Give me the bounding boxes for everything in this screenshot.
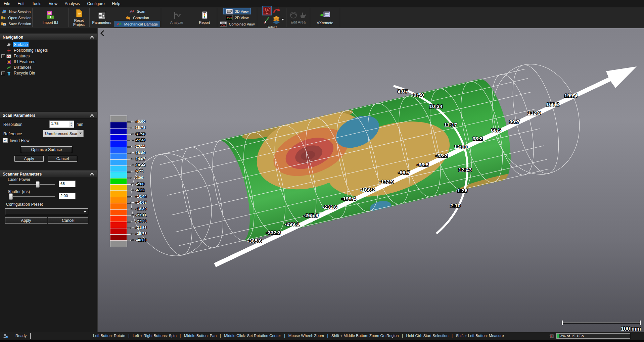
- mode-corrosion-label: Corrosion: [133, 16, 149, 20]
- tree-item-positioning-targets[interactable]: Positioning Targets: [1, 48, 97, 53]
- viewport-3d[interactable]: 40.0035.7831.5627.3323.1118.8914.6710.44…: [98, 28, 644, 332]
- corrosion-icon: [126, 15, 131, 20]
- collapse-chevron-icon[interactable]: [90, 36, 94, 39]
- save-session-button[interactable]: Save Session: [1, 21, 31, 27]
- parameters-button[interactable]: Parameters: [90, 7, 114, 28]
- shutter-input[interactable]: 2.00: [59, 193, 76, 199]
- reset-project-button[interactable]: Reset Project: [68, 7, 89, 28]
- legend-tick-label: -40.00: [136, 238, 147, 242]
- tree-item-features[interactable]: + Features: [1, 53, 97, 59]
- tree-item-surface[interactable]: Surface: [1, 42, 97, 47]
- select-brush-button[interactable]: [263, 15, 271, 24]
- laser-power-slider-thumb[interactable]: [36, 181, 40, 188]
- legend-color-block: [110, 116, 127, 122]
- legend-tick-label: -27.33: [136, 219, 147, 223]
- mouse-hints-text: Left Button: Rotate | Left + Right Butto…: [93, 334, 504, 338]
- menu-edit[interactable]: Edit: [14, 0, 28, 7]
- collapse-chevron-icon[interactable]: [90, 114, 94, 117]
- view-2d[interactable]: 2D View: [223, 14, 251, 21]
- mode-mechanical-damage[interactable]: Mechanical Damage: [114, 21, 160, 27]
- reference-dropdown[interactable]: Unreferenced Scan: [43, 130, 84, 137]
- clock-position-label: 10:34: [429, 103, 443, 109]
- session-group: New Session Open Session Save Session: [0, 7, 32, 28]
- vxremote-button[interactable]: VXremote: [310, 7, 340, 28]
- legend-tick-label: -31.56: [136, 226, 147, 230]
- tree-item-distances[interactable]: Distances: [1, 65, 97, 70]
- menu-bar: File Edit Tools View Analysis Configure …: [0, 0, 644, 7]
- legend-tick-label: 35.78: [136, 126, 145, 130]
- red-arrow-icon: [272, 7, 280, 15]
- tree-item-recycle-bin-label: Recycle Bin: [13, 71, 36, 76]
- features-expander[interactable]: +: [1, 54, 5, 58]
- legend-color-block: [110, 135, 127, 141]
- report-label: Report: [199, 20, 210, 25]
- view-3d[interactable]: 3D View: [223, 8, 251, 14]
- tree-item-distances-label: Distances: [13, 65, 33, 70]
- legend-tick-label: 14.67: [136, 157, 145, 161]
- legend-color-block: [110, 166, 127, 172]
- open-session-icon: [1, 15, 6, 20]
- save-session-label: Save Session: [8, 22, 31, 26]
- tree-item-ili-features[interactable]: ILI Features: [1, 59, 97, 64]
- open-session-button[interactable]: Open Session: [1, 15, 31, 20]
- resolution-input[interactable]: 1.75 ▲▼: [49, 120, 74, 128]
- legend-tick-label: 10.44: [136, 163, 145, 167]
- configuration-preset-dropdown[interactable]: [5, 208, 88, 215]
- mesh-select-icon: [263, 7, 271, 15]
- view-combined[interactable]: Combined View: [217, 21, 257, 27]
- legend-color-block: [110, 141, 127, 147]
- new-session-button[interactable]: New Session: [2, 9, 31, 14]
- shutter-slider-thumb[interactable]: [9, 193, 13, 200]
- menu-tools[interactable]: Tools: [28, 0, 45, 7]
- select-surface-button[interactable]: [263, 6, 271, 15]
- navigation-header[interactable]: Navigation: [0, 34, 97, 40]
- scanner-apply-button[interactable]: Apply: [5, 217, 47, 224]
- menu-help[interactable]: Help: [108, 0, 124, 7]
- mechanical-damage-icon: [117, 21, 122, 27]
- legend-tick-label: -6.22: [136, 188, 144, 192]
- tree-item-surface-label: Surface: [13, 42, 29, 47]
- open-session-label: Open Session: [8, 16, 31, 20]
- optimize-surface-button[interactable]: Optimize Surface: [21, 146, 72, 153]
- laser-power-slider[interactable]: [9, 184, 55, 185]
- scanner-cancel-button[interactable]: Cancel: [48, 217, 88, 224]
- menu-configure[interactable]: Configure: [84, 0, 108, 7]
- scan-parameters-title: Scan Parameters: [3, 113, 35, 118]
- tree-item-recycle-bin[interactable]: + Recycle Bin: [1, 70, 97, 76]
- shutter-slider[interactable]: [9, 196, 55, 197]
- mode-scan[interactable]: Scan: [127, 8, 147, 14]
- legend-color-block: [110, 209, 127, 216]
- axial-distance-label: -232.6: [322, 204, 337, 210]
- resolution-spinner[interactable]: ▲▼: [69, 121, 73, 127]
- layers-dropdown-caret[interactable]: [281, 19, 284, 20]
- view-combined-label: Combined View: [229, 22, 255, 26]
- toolbar: New Session Open Session Save Session Im…: [0, 7, 644, 28]
- axial-distance-label: -33.2: [435, 153, 447, 158]
- menu-view[interactable]: View: [45, 0, 61, 7]
- scanner-parameters-header[interactable]: Scanner Parameters: [0, 170, 97, 177]
- invert-flow-checkbox[interactable]: ✓: [3, 138, 8, 143]
- report-button[interactable]: Report: [192, 7, 217, 28]
- view-3d-icon: [226, 9, 233, 14]
- recycle-bin-expander[interactable]: +: [1, 71, 5, 75]
- recycle-bin-icon: [6, 71, 11, 76]
- menu-file[interactable]: File: [0, 0, 14, 7]
- scan-parameters-header[interactable]: Scan Parameters: [0, 112, 97, 118]
- user-help-icon: ?: [3, 333, 8, 339]
- view-group: 3D View 2D View Combined View: [217, 7, 257, 28]
- positioning-targets-icon: [6, 48, 11, 53]
- scan-apply-button[interactable]: Apply: [14, 156, 44, 162]
- collapse-chevron-icon[interactable]: [90, 173, 94, 176]
- bottom-strip: [0, 340, 644, 342]
- scanner-parameters-title: Scanner Parameters: [3, 172, 42, 177]
- select-layers-button[interactable]: [272, 15, 281, 24]
- brush-icon: [263, 16, 271, 24]
- scan-cancel-button[interactable]: Cancel: [48, 156, 77, 162]
- select-arrow-button[interactable]: [272, 6, 281, 15]
- laser-power-input[interactable]: 65: [59, 181, 76, 187]
- menu-analysis[interactable]: Analysis: [61, 0, 84, 7]
- axial-distance-label: 99.7: [509, 119, 519, 125]
- import-ili-button[interactable]: Import ILI: [33, 7, 68, 28]
- mode-corrosion[interactable]: Corrosion: [123, 14, 151, 21]
- reset-project-icon: [75, 9, 84, 18]
